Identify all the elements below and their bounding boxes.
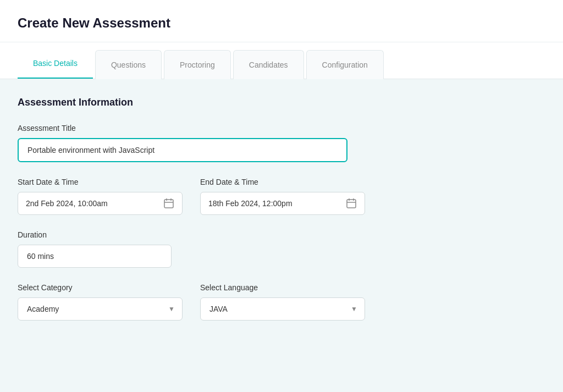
end-date-label: End Date & Time [200, 178, 365, 186]
duration-label: Duration [18, 230, 545, 239]
end-date-input-wrapper[interactable]: 18th Feb 2024, 12:00pm [200, 192, 365, 215]
language-select[interactable]: JAVA Python JavaScript C++ C# [200, 297, 365, 321]
language-group: Select Language JAVA Python JavaScript C… [200, 283, 365, 321]
svg-rect-4 [347, 200, 356, 208]
start-date-input-wrapper[interactable]: 2nd Feb 2024, 10:00am [18, 192, 183, 215]
category-label: Select Category [18, 283, 183, 292]
duration-group: Duration [18, 230, 545, 268]
tab-questions[interactable]: Questions [95, 50, 162, 79]
tab-basic-details[interactable]: Basic Details [18, 49, 93, 79]
main-content: Assessment Information Assessment Title … [0, 79, 563, 338]
tab-proctoring[interactable]: Proctoring [164, 50, 231, 79]
category-select-wrapper: Academy Engineering Design Marketing ▼ [18, 297, 183, 321]
section-title: Assessment Information [18, 97, 545, 108]
date-row: Start Date & Time 2nd Feb 2024, 10:00am … [18, 178, 545, 215]
start-date-group: Start Date & Time 2nd Feb 2024, 10:00am [18, 178, 183, 215]
language-label: Select Language [200, 283, 365, 292]
category-group: Select Category Academy Engineering Desi… [18, 283, 183, 321]
page-container: Create New Assessment Basic Details Ques… [0, 0, 563, 392]
tabs-bar: Basic Details Questions Proctoring Candi… [0, 42, 563, 79]
start-date-value: 2nd Feb 2024, 10:00am [26, 199, 158, 208]
page-header: Create New Assessment [0, 0, 563, 42]
language-select-wrapper: JAVA Python JavaScript C++ C# ▼ [200, 297, 365, 321]
svg-rect-0 [164, 200, 173, 208]
tab-configuration[interactable]: Configuration [306, 50, 384, 79]
select-row: Select Category Academy Engineering Desi… [18, 283, 545, 321]
assessment-title-group: Assessment Title [18, 124, 545, 162]
duration-input[interactable] [18, 245, 172, 268]
tab-candidates[interactable]: Candidates [233, 50, 304, 79]
assessment-title-input[interactable] [18, 138, 347, 162]
category-select[interactable]: Academy Engineering Design Marketing [18, 297, 183, 321]
start-date-calendar-icon[interactable] [163, 198, 174, 209]
end-date-group: End Date & Time 18th Feb 2024, 12:00pm [200, 178, 365, 215]
end-date-calendar-icon[interactable] [346, 198, 357, 209]
tabs-wrapper: Basic Details Questions Proctoring Candi… [18, 42, 386, 79]
start-date-label: Start Date & Time [18, 178, 183, 186]
page-title: Create New Assessment [18, 15, 545, 31]
assessment-title-label: Assessment Title [18, 124, 545, 132]
end-date-value: 18th Feb 2024, 12:00pm [208, 199, 340, 208]
